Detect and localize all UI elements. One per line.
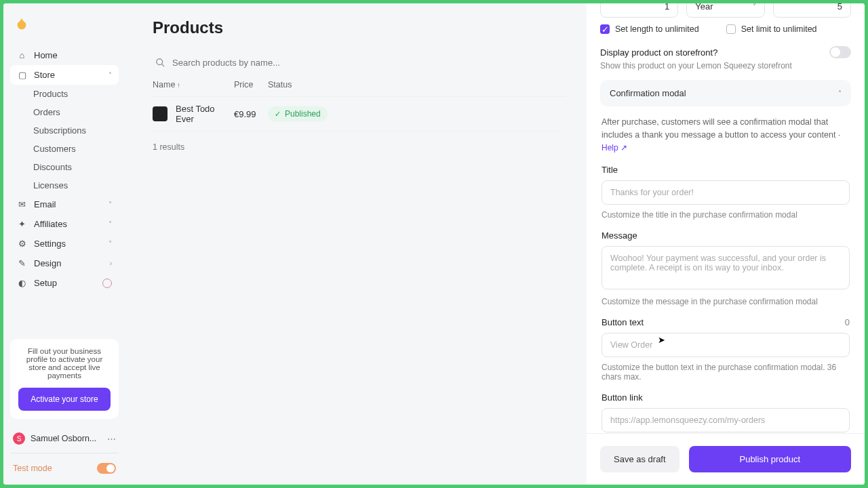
sidebar-item-home[interactable]: ⌂ Home bbox=[10, 45, 119, 65]
panel-footer: Save as draft Publish product bbox=[587, 433, 865, 485]
activate-store-button[interactable]: Activate your store bbox=[18, 388, 111, 411]
sidebar-item-email[interactable]: ✉ Email ˅ bbox=[10, 195, 119, 214]
section-title: Confirmation modal bbox=[610, 88, 686, 98]
limit-unlimited-checkbox[interactable]: Set limit to unlimited bbox=[726, 24, 817, 34]
sidebar-item-affiliates[interactable]: ✦ Affiliates ˅ bbox=[10, 214, 119, 234]
col-status[interactable]: Status bbox=[268, 80, 336, 89]
search-icon bbox=[155, 58, 165, 68]
select-value: Year bbox=[695, 3, 713, 12]
search-input[interactable] bbox=[172, 58, 564, 68]
title-input[interactable] bbox=[601, 180, 850, 205]
chevron-right-icon: › bbox=[110, 260, 112, 267]
product-name: Best Todo Ever bbox=[176, 104, 234, 124]
button-text-count: 0 bbox=[845, 317, 850, 327]
chevron-down-icon: ˅ bbox=[753, 3, 756, 10]
sidebar-item-label: Store bbox=[34, 70, 55, 80]
sidebar-item-design[interactable]: ✎ Design › bbox=[10, 253, 119, 273]
chevron-up-icon: ˄ bbox=[838, 89, 842, 97]
limit-value-field[interactable]: 5 bbox=[773, 3, 851, 18]
sidebar-item-settings[interactable]: ⚙ Settings ˅ bbox=[10, 234, 119, 253]
checkbox-label: Set length to unlimited bbox=[615, 24, 699, 34]
col-name[interactable]: Name bbox=[153, 80, 234, 89]
setup-icon: ◐ bbox=[17, 278, 27, 288]
publish-product-button[interactable]: Publish product bbox=[689, 446, 851, 472]
edit-panel: 1 Year ˅ 5 ✓ Set length to unlimited Set… bbox=[587, 3, 865, 485]
sidebar-sub-licenses[interactable]: Licenses bbox=[33, 176, 119, 195]
user-more-icon[interactable]: ⋯ bbox=[107, 434, 116, 444]
setup-badge-icon bbox=[102, 279, 112, 288]
display-storefront-toggle[interactable] bbox=[829, 46, 851, 58]
checkbox-label: Set limit to unlimited bbox=[741, 24, 817, 34]
sidebar-sub-customers[interactable]: Customers bbox=[33, 140, 119, 158]
search-bar[interactable] bbox=[153, 52, 566, 73]
button-link-input[interactable] bbox=[601, 408, 850, 432]
sidebar-sub-products[interactable]: Products bbox=[33, 85, 119, 103]
col-price[interactable]: Price bbox=[234, 80, 268, 89]
display-storefront-label: Display product on storefront? bbox=[600, 47, 829, 58]
results-count: 1 results bbox=[153, 131, 566, 163]
test-mode-row: Test mode bbox=[10, 460, 119, 476]
user-row[interactable]: S Samuel Osborn... ⋯ bbox=[10, 427, 119, 453]
button-text-label: Button text bbox=[601, 317, 644, 327]
chevron-down-icon: ˅ bbox=[108, 201, 112, 208]
test-mode-label: Test mode bbox=[13, 464, 97, 473]
message-hint: Customize the message in the purchase co… bbox=[601, 297, 850, 306]
chevron-down-icon: ˅ bbox=[108, 220, 112, 228]
length-unlimited-checkbox[interactable]: ✓ Set length to unlimited bbox=[600, 24, 699, 34]
sidebar-item-setup[interactable]: ◐ Setup bbox=[10, 273, 119, 293]
table-header: Name Price Status bbox=[153, 73, 566, 97]
svg-line-1 bbox=[161, 64, 164, 66]
button-text-hint: Customize the button text in the purchas… bbox=[601, 363, 850, 382]
title-label: Title bbox=[601, 165, 850, 175]
license-limits-row: 1 Year ˅ 5 bbox=[600, 3, 851, 18]
message-input[interactable] bbox=[601, 246, 850, 289]
sidebar-sub-discounts[interactable]: Discounts bbox=[33, 158, 119, 176]
design-icon: ✎ bbox=[17, 258, 27, 268]
button-link-label: Button link bbox=[601, 392, 850, 403]
page-title: Products bbox=[153, 18, 566, 37]
help-link[interactable]: Help ↗ bbox=[601, 143, 627, 152]
sidebar-item-label: Design bbox=[34, 258, 61, 268]
test-mode-toggle[interactable] bbox=[97, 463, 116, 474]
sidebar-item-label: Home bbox=[34, 50, 58, 60]
product-price: €9.99 bbox=[234, 109, 268, 119]
display-storefront-hint: Show this product on your Lemon Squeezy … bbox=[600, 61, 851, 70]
checkbox-checked-icon: ✓ bbox=[600, 24, 610, 34]
store-icon: ▢ bbox=[17, 70, 27, 80]
sidebar-item-label: Affiliates bbox=[34, 219, 67, 229]
settings-icon: ⚙ bbox=[17, 239, 27, 249]
nav: ⌂ Home ▢ Store ˄ Products Orders Subscri… bbox=[10, 45, 119, 331]
sidebar-item-label: Email bbox=[34, 199, 56, 209]
logo-icon bbox=[14, 17, 29, 32]
length-value-field[interactable]: 1 bbox=[600, 3, 678, 18]
checkbox-icon bbox=[726, 24, 736, 34]
user-name: Samuel Osborn... bbox=[31, 434, 102, 443]
affiliates-icon: ✦ bbox=[17, 219, 27, 229]
sidebar: ⌂ Home ▢ Store ˄ Products Orders Subscri… bbox=[3, 3, 125, 485]
promo-card: Fill out your business profile to activa… bbox=[10, 339, 119, 419]
length-unit-select[interactable]: Year ˅ bbox=[686, 3, 764, 18]
sidebar-item-label: Settings bbox=[34, 239, 66, 249]
message-label: Message bbox=[601, 230, 850, 241]
promo-text: Fill out your business profile to activa… bbox=[18, 347, 111, 380]
product-thumb bbox=[153, 106, 167, 121]
table-row[interactable]: Best Todo Ever €9.99 Published bbox=[153, 97, 566, 131]
main-content: Products Name Price Status Best Todo Eve… bbox=[125, 3, 587, 485]
avatar: S bbox=[13, 432, 25, 445]
svg-point-0 bbox=[157, 59, 163, 65]
button-text-input[interactable] bbox=[601, 333, 850, 357]
sidebar-sub-subscriptions[interactable]: Subscriptions bbox=[33, 121, 119, 140]
chevron-down-icon: ˅ bbox=[108, 240, 112, 247]
chevron-up-icon: ˄ bbox=[108, 71, 112, 79]
confirmation-modal-section[interactable]: Confirmation modal ˄ bbox=[600, 80, 851, 106]
save-draft-button[interactable]: Save as draft bbox=[600, 446, 679, 472]
email-icon: ✉ bbox=[17, 199, 27, 209]
title-hint: Customize the title in the purchase conf… bbox=[601, 210, 850, 220]
confirmation-description: After purchase, customers will see a con… bbox=[601, 116, 850, 154]
store-submenu: Products Orders Subscriptions Customers … bbox=[10, 85, 119, 195]
sidebar-item-store[interactable]: ▢ Store ˄ bbox=[10, 65, 119, 85]
sidebar-sub-orders[interactable]: Orders bbox=[33, 103, 119, 121]
home-icon: ⌂ bbox=[17, 50, 27, 60]
status-badge: Published bbox=[268, 106, 328, 121]
sidebar-item-label: Setup bbox=[34, 278, 57, 288]
